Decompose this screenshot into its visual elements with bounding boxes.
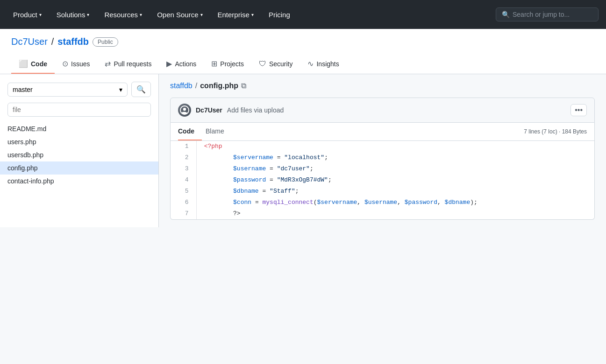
main-content: master ▾ 🔍 README.mdusers.phpusersdb.php… [0,74,606,227]
file-list-item[interactable]: usersdb.php [0,148,158,161]
tab-code[interactable]: ⬜ Code [11,55,55,74]
repo-owner[interactable]: Dc7User [11,36,48,47]
repo-name[interactable]: staffdb [57,36,89,47]
table-row: 4 $password = "MdR3xOgB7#dW"; [171,175,594,186]
table-row: 6 $conn = mysqli_connect($servername, $u… [171,197,594,208]
navbar: Product ▾ Solutions ▾ Resources ▾ Open S… [0,0,606,29]
table-row: 5 $dbname = "Staff"; [171,186,594,197]
nav-resources[interactable]: Resources ▾ [99,7,148,22]
file-path-repo[interactable]: staffdb [170,82,192,90]
tab-actions[interactable]: ▶ 7 lines (7 loc) · 184 Bytes Actions [159,55,204,74]
resources-chevron-icon: ▾ [140,12,142,17]
line-code: $conn = mysqli_connect($servername, $use… [196,197,594,208]
nav-solutions[interactable]: Solutions ▾ [51,7,95,22]
copy-path-icon[interactable]: ⧉ [241,82,246,90]
branch-name: master [13,86,33,93]
line-number: 5 [171,186,196,197]
nav-enterprise[interactable]: Enterprise ▾ [212,7,259,22]
code-tab-blame[interactable]: Blame [206,123,232,140]
actions-icon: ▶ [166,59,172,68]
nav-resources-label: Resources [104,11,138,19]
line-number: 6 [171,197,196,208]
code-tab-code[interactable]: Code [178,123,202,140]
code-meta: 7 lines (7 loc) · 184 Bytes [524,128,587,135]
table-row: 7 ?> [171,208,594,219]
line-code: $username = "dc7user"; [196,163,594,175]
file-path-filename: config.php [200,82,238,90]
repo-tabs: ⬜ Code ⊙ Issues ⇄ Pull requests ▶ 7 line… [11,55,595,74]
line-code: <?php [196,141,594,152]
file-path-sep: / [195,82,197,90]
commit-row: Dc7User Add files via upload ••• [170,98,595,123]
branch-search-button[interactable]: 🔍 [131,82,151,97]
tab-insights-label: Insights [316,60,339,68]
file-list-item[interactable]: users.php [0,135,158,148]
commit-more-button[interactable]: ••• [570,104,587,116]
repo-visibility-badge: Public [93,37,118,47]
branch-chevron-icon: ▾ [119,86,122,93]
product-chevron-icon: ▾ [39,12,42,17]
tab-actions-label-text: Actions [175,60,196,68]
repo-title-row: Dc7User / staffdb Public [11,36,595,47]
line-code: ?> [196,208,594,219]
nav-product-label: Product [13,11,37,19]
commit-message: Add files via upload [227,106,566,114]
avatar [178,104,191,117]
nav-product[interactable]: Product ▾ [7,7,47,22]
pull-requests-icon: ⇄ [105,59,111,68]
line-code: $password = "MdR3xOgB7#dW"; [196,175,594,186]
file-filter-input[interactable] [7,103,151,117]
code-block: 1<?php2 $servername = "localhost";3 $use… [170,141,595,220]
table-row: 2 $servername = "localhost"; [171,152,594,163]
code-icon: ⬜ [19,59,28,68]
nav-solutions-label: Solutions [57,11,86,19]
tab-projects-label: Projects [220,60,244,68]
code-tabs-row: Code Blame 7 lines (7 loc) · 184 Bytes [170,123,595,141]
file-list-item[interactable]: README.md [0,122,158,135]
tab-issues[interactable]: ⊙ Issues [55,55,97,74]
nav-open-source[interactable]: Open Source ▾ [151,7,208,22]
commit-author[interactable]: Dc7User [196,106,222,114]
search-placeholder: Search or jump to... [513,11,570,18]
line-number: 4 [171,175,196,186]
tab-insights[interactable]: ∿ Insights [300,55,346,74]
file-list: README.mdusers.phpusersdb.phpconfig.phpc… [0,122,158,188]
solutions-chevron-icon: ▾ [87,12,89,17]
security-icon: 🛡 [259,60,266,68]
avatar-image [178,104,191,117]
enterprise-chevron-icon: ▾ [251,12,254,17]
code-tab-code-label: Code [178,127,194,135]
file-breadcrumb: staffdb / config.php ⧉ [170,82,595,90]
file-list-item[interactable]: contact-info.php [0,175,158,188]
nav-pricing-label: Pricing [269,11,290,19]
projects-icon: ⊞ [211,59,217,68]
nav-pricing[interactable]: Pricing [263,7,296,22]
line-number: 2 [171,152,196,163]
tab-pull-requests[interactable]: ⇄ Pull requests [97,55,159,74]
repo-header: Dc7User / staffdb Public ⬜ Code ⊙ Issues… [0,29,606,74]
insights-icon: ∿ [307,59,314,68]
issues-icon: ⊙ [62,59,68,68]
line-code: $servername = "localhost"; [196,152,594,163]
line-number: 1 [171,141,196,152]
tab-code-label: Code [31,60,47,68]
search-bar[interactable]: 🔍 Search or jump to... [496,7,599,21]
tab-projects[interactable]: ⊞ Projects [204,55,251,74]
code-tab-blame-label: Blame [206,127,224,135]
open-source-chevron-icon: ▾ [200,12,203,17]
tab-security[interactable]: 🛡 Security [251,55,300,74]
search-icon: 🔍 [502,11,510,18]
file-viewer: staffdb / config.php ⧉ Dc7User Add files… [159,74,606,227]
table-row: 3 $username = "dc7user"; [171,163,594,175]
nav-enterprise-label: Enterprise [218,11,250,19]
nav-open-source-label: Open Source [157,11,198,19]
repo-slash: / [51,36,54,47]
table-row: 1<?php [171,141,594,152]
branch-selector-row: master ▾ 🔍 [0,82,158,97]
line-number: 7 [171,208,196,219]
tab-issues-label: Issues [71,60,90,68]
file-list-item[interactable]: config.php [0,161,158,175]
tab-security-label: Security [269,60,293,68]
branch-select[interactable]: master ▾ [7,83,128,97]
line-number: 3 [171,163,196,175]
